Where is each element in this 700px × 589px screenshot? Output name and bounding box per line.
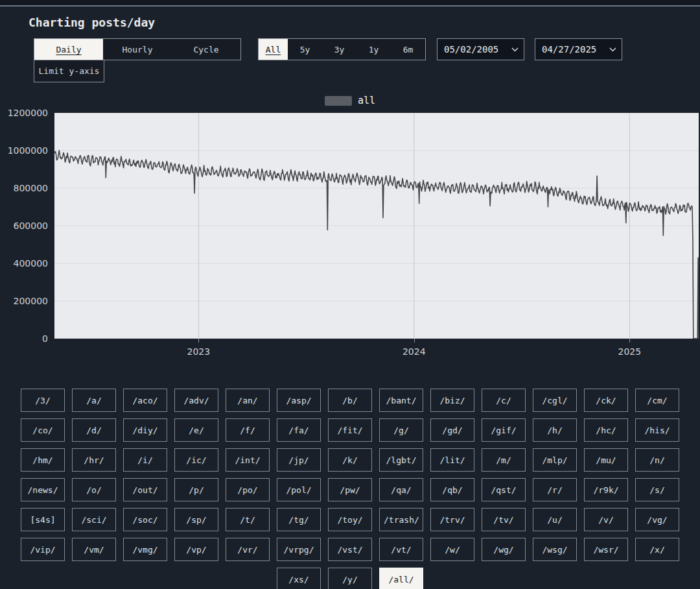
board-button-fit[interactable]: /fit/ — [328, 418, 372, 442]
board-button-qb[interactable]: /qb/ — [430, 478, 474, 501]
board-button-c[interactable]: /c/ — [482, 389, 526, 412]
board-button-vm[interactable]: /vm/ — [72, 538, 116, 561]
x-axis-tick — [198, 339, 199, 343]
board-button-soc[interactable]: /soc/ — [123, 508, 167, 531]
board-button-toy[interactable]: /toy/ — [328, 508, 372, 531]
board-button-n[interactable]: /n/ — [635, 448, 679, 472]
board-button-s[interactable]: /s/ — [635, 478, 679, 501]
board-button-adv[interactable]: /adv/ — [174, 389, 218, 412]
board-button-tv[interactable]: /tv/ — [482, 508, 526, 531]
board-button-vp[interactable]: /vp/ — [174, 538, 218, 561]
board-button-vr[interactable]: /vr/ — [226, 538, 270, 561]
range-button-1y[interactable]: 1y — [356, 39, 391, 60]
range-button-5y[interactable]: 5y — [288, 39, 322, 60]
board-button-o[interactable]: /o/ — [72, 478, 116, 501]
y-tick-label: 400000 — [0, 258, 48, 269]
board-button-lgbt[interactable]: /lgbt/ — [379, 448, 423, 472]
board-button-biz[interactable]: /biz/ — [430, 389, 474, 412]
board-button-hr[interactable]: /hr/ — [72, 448, 116, 472]
board-button-x[interactable]: /x/ — [635, 538, 679, 561]
board-button-tg[interactable]: /tg/ — [277, 508, 321, 531]
board-button-vt[interactable]: /vt/ — [379, 538, 423, 561]
board-button-g[interactable]: /g/ — [379, 418, 423, 442]
mode-button-cycle[interactable]: Cycle — [172, 39, 240, 60]
board-button-hm[interactable]: /hm/ — [21, 448, 65, 472]
y-tick-label: 800000 — [0, 183, 48, 193]
board-button-mu[interactable]: /mu/ — [584, 448, 628, 472]
end-date-select[interactable]: 04/27/2025 — [535, 38, 622, 60]
range-button-all[interactable]: All — [259, 39, 288, 60]
board-button-s4s[interactable]: [s4s] — [21, 508, 65, 531]
board-button-pol[interactable]: /pol/ — [277, 478, 321, 501]
board-button-e[interactable]: /e/ — [174, 418, 218, 442]
board-button-3[interactable]: /3/ — [21, 389, 65, 412]
board-button-ck[interactable]: /ck/ — [584, 389, 628, 412]
board-button-ic[interactable]: /ic/ — [174, 448, 218, 472]
board-button-his[interactable]: /his/ — [635, 418, 679, 442]
start-date-select[interactable]: 05/02/2005 — [437, 38, 524, 60]
range-button-3y[interactable]: 3y — [322, 39, 356, 60]
range-button-6m[interactable]: 6m — [391, 39, 425, 60]
board-button-gif[interactable]: /gif/ — [482, 418, 526, 442]
board-button-cm[interactable]: /cm/ — [635, 389, 679, 412]
board-button-a[interactable]: /a/ — [72, 389, 116, 412]
board-button-pw[interactable]: /pw/ — [328, 478, 372, 501]
board-button-vst[interactable]: /vst/ — [328, 538, 372, 561]
board-button-y[interactable]: /y/ — [328, 568, 372, 589]
board-button-all[interactable]: /all/ — [379, 568, 423, 589]
board-button-i[interactable]: /i/ — [123, 448, 167, 472]
board-button-v[interactable]: /v/ — [584, 508, 628, 531]
board-button-cgl[interactable]: /cgl/ — [533, 389, 577, 412]
board-button-b[interactable]: /b/ — [328, 389, 372, 412]
board-button-bant[interactable]: /bant/ — [379, 389, 423, 412]
board-button-po[interactable]: /po/ — [226, 478, 270, 501]
board-button-vip[interactable]: /vip/ — [21, 538, 65, 561]
board-button-vrpg[interactable]: /vrpg/ — [277, 538, 321, 561]
board-button-w[interactable]: /w/ — [430, 538, 474, 561]
board-button-news[interactable]: /news/ — [21, 478, 65, 501]
board-button-h[interactable]: /h/ — [533, 418, 577, 442]
board-button-gd[interactable]: /gd/ — [430, 418, 474, 442]
board-button-wsr[interactable]: /wsr/ — [584, 538, 628, 561]
board-button-co[interactable]: /co/ — [21, 418, 65, 442]
board-button-trv[interactable]: /trv/ — [430, 508, 474, 531]
board-button-xs[interactable]: /xs/ — [277, 568, 321, 589]
board-button-t[interactable]: /t/ — [226, 508, 270, 531]
range-button-group: All5y3y1y6m — [258, 38, 426, 60]
board-button-fa[interactable]: /fa/ — [277, 418, 321, 442]
board-button-qa[interactable]: /qa/ — [379, 478, 423, 501]
board-button-sp[interactable]: /sp/ — [174, 508, 218, 531]
board-button-lit[interactable]: /lit/ — [430, 448, 474, 472]
chart-plot-area[interactable] — [54, 113, 699, 339]
board-button-int[interactable]: /int/ — [226, 448, 270, 472]
end-date-wrapper: 04/27/2025 — [535, 38, 622, 60]
mode-button-hourly[interactable]: Hourly — [103, 39, 172, 60]
board-button-mlp[interactable]: /mlp/ — [533, 448, 577, 472]
board-button-hc[interactable]: /hc/ — [584, 418, 628, 442]
board-button-out[interactable]: /out/ — [123, 478, 167, 501]
board-button-asp[interactable]: /asp/ — [277, 389, 321, 412]
board-button-vg[interactable]: /vg/ — [635, 508, 679, 531]
board-button-r[interactable]: /r/ — [533, 478, 577, 501]
board-button-f[interactable]: /f/ — [226, 418, 270, 442]
board-button-k[interactable]: /k/ — [328, 448, 372, 472]
board-button-d[interactable]: /d/ — [72, 418, 116, 442]
board-button-wg[interactable]: /wg/ — [482, 538, 526, 561]
legend-item-all[interactable]: all — [0, 95, 700, 106]
board-button-diy[interactable]: /diy/ — [123, 418, 167, 442]
board-button-wsg[interactable]: /wsg/ — [533, 538, 577, 561]
board-button-m[interactable]: /m/ — [482, 448, 526, 472]
board-button-p[interactable]: /p/ — [174, 478, 218, 501]
board-button-jp[interactable]: /jp/ — [277, 448, 321, 472]
board-button-an[interactable]: /an/ — [226, 389, 270, 412]
board-button-vmg[interactable]: /vmg/ — [123, 538, 167, 561]
board-button-sci[interactable]: /sci/ — [72, 508, 116, 531]
board-button-trash[interactable]: /trash/ — [379, 508, 423, 531]
limit-y-axis-button[interactable]: Limit y-axis — [34, 60, 104, 82]
board-button-aco[interactable]: /aco/ — [123, 389, 167, 412]
board-button-qst[interactable]: /qst/ — [482, 478, 526, 501]
board-button-u[interactable]: /u/ — [533, 508, 577, 531]
mode-button-daily[interactable]: Daily — [34, 39, 103, 60]
y-tick-label: 1200000 — [0, 108, 48, 118]
board-button-r9k[interactable]: /r9k/ — [584, 478, 628, 501]
